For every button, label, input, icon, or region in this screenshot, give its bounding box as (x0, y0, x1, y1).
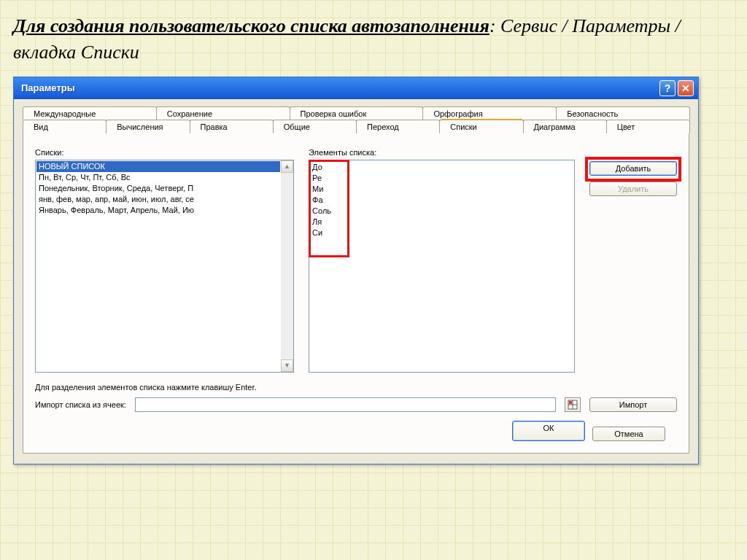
hint-text: Для разделения элементов списка нажмите … (35, 383, 677, 392)
list-item[interactable]: Понедельник, Вторник, Среда, Четверг, П (36, 183, 280, 194)
help-button[interactable]: ? (659, 80, 676, 96)
import-row: Импорт списка из ячеек: Импорт (35, 397, 677, 412)
tab-орфография[interactable]: Орфография (422, 106, 557, 120)
tab-panel-lists: Списки: НОВЫЙ СПИСОКПн, Вт, Ср, Чт, Пт, … (23, 133, 689, 454)
options-dialog: Параметры ? ✕ МеждународныеСохранениеПро… (13, 77, 699, 464)
list-item[interactable]: Пн, Вт, Ср, Чт, Пт, Сб, Вс (36, 172, 280, 183)
col-lists: Списки: НОВЫЙ СПИСОКПн, Вт, Ср, Чт, Пт, … (35, 148, 294, 373)
tab-цвет[interactable]: Цвет (606, 120, 690, 133)
svg-rect-1 (569, 401, 572, 404)
col-buttons: Добавить Удалить (589, 148, 677, 373)
ok-button[interactable]: ОК (512, 421, 585, 441)
tab-безопасность[interactable]: Безопасность (556, 106, 690, 120)
lists-box[interactable]: НОВЫЙ СПИСОКПн, Вт, Ср, Чт, Пт, Сб, ВсПо… (35, 160, 294, 373)
lists-scrollbar[interactable]: ▲ ▼ (281, 160, 293, 372)
titlebar: Параметры ? ✕ (14, 77, 698, 99)
tab-сохранение[interactable]: Сохранение (156, 106, 290, 120)
close-button[interactable]: ✕ (678, 80, 694, 96)
range-picker-button[interactable] (565, 397, 581, 412)
tab-общие[interactable]: Общие (273, 120, 357, 133)
cancel-button[interactable]: Отмена (592, 427, 665, 441)
tab-вычисления[interactable]: Вычисления (106, 120, 190, 133)
tab-вид[interactable]: Вид (23, 120, 107, 133)
tab-проверка-ошибок[interactable]: Проверка ошибок (290, 106, 424, 120)
range-picker-icon (568, 400, 578, 410)
tab-списки[interactable]: Списки (439, 120, 523, 133)
lists-label: Списки: (35, 148, 294, 157)
delete-button: Удалить (589, 182, 677, 196)
scroll-up-icon[interactable]: ▲ (281, 160, 293, 173)
import-button[interactable]: Импорт (589, 397, 677, 412)
elements-textarea[interactable] (309, 160, 575, 373)
tab-международные[interactable]: Международные (23, 106, 157, 120)
window-title: Параметры (21, 82, 657, 93)
col-elements: Элементы списка: (309, 148, 575, 373)
list-item[interactable]: Январь, Февраль, Март, Апрель, Май, Ию (36, 205, 280, 216)
add-button[interactable]: Добавить (589, 161, 677, 176)
list-item[interactable]: НОВЫЙ СПИСОК (36, 161, 280, 172)
list-item[interactable]: янв, фев, мар, апр, май, июн, июл, авг, … (36, 194, 280, 205)
page-heading: Для создания пользовательского списка ав… (13, 13, 734, 66)
import-range-input[interactable] (135, 397, 556, 412)
elements-label: Элементы списка: (309, 148, 575, 157)
scroll-down-icon[interactable]: ▼ (281, 359, 293, 372)
tab-правка[interactable]: Правка (190, 120, 274, 133)
heading-emph: Для создания пользовательского списка ав… (13, 15, 489, 36)
import-label: Импорт списка из ячеек: (35, 400, 126, 409)
dialog-body: МеждународныеСохранениеПроверка ошибокОр… (14, 99, 698, 464)
tab-переход[interactable]: Переход (356, 120, 440, 133)
tab-диаграмма[interactable]: Диаграмма (523, 120, 607, 133)
tabs: МеждународныеСохранениеПроверка ошибокОр… (23, 106, 689, 133)
